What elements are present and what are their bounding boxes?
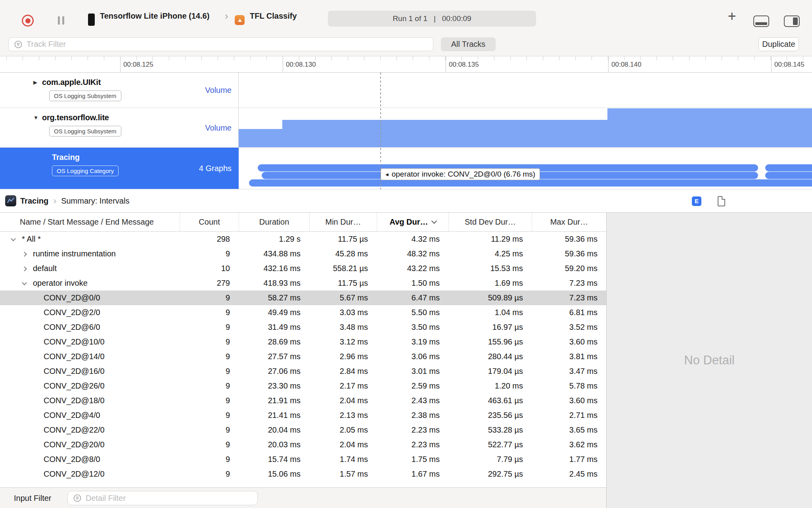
- cell-min: 558.21 µs: [309, 261, 377, 276]
- column-header-min[interactable]: Min Dur…: [309, 213, 377, 231]
- row-name: CONV_2D@0/0: [44, 293, 100, 302]
- track-row-tracing[interactable]: Tracing OS Logging Category 4 Graphs ◀op…: [0, 148, 812, 189]
- column-header-avg[interactable]: Avg Dur…: [377, 213, 448, 231]
- column-header-name[interactable]: Name / Start Message / End Message: [0, 213, 180, 231]
- table-row[interactable]: CONV_2D@2/0949.49 ms3.03 ms5.50 ms1.04 m…: [0, 305, 606, 320]
- cell-std: 533.28 µs: [448, 423, 532, 437]
- row-name: CONV_2D@26/0: [44, 381, 105, 390]
- row-name: CONV_2D@12/0: [44, 470, 105, 478]
- breadcrumb-summary[interactable]: Summary: Intervals: [61, 196, 129, 206]
- table-row[interactable]: CONV_2D@14/0927.57 ms2.96 ms3.06 ms280.4…: [0, 349, 606, 364]
- track-row-tensorflow[interactable]: ▼org.tensorflow.lite OS Logging Subsyste…: [0, 108, 812, 148]
- cell-avg: 1.50 ms: [377, 276, 448, 291]
- table-row[interactable]: CONV_2D@18/0921.91 ms2.04 ms2.43 ms463.6…: [0, 393, 606, 408]
- table-row[interactable]: CONV_2D@6/0931.49 ms3.48 ms3.50 ms16.97 …: [0, 320, 606, 335]
- record-button[interactable]: [22, 15, 34, 27]
- table-row[interactable]: * All *2981.29 s11.75 µs4.32 ms11.29 ms5…: [0, 232, 606, 246]
- track-row-uikit[interactable]: ▶com.apple.UIKit OS Logging Subsystem Vo…: [0, 73, 812, 108]
- track-filter-input[interactable]: [27, 40, 428, 49]
- table-row[interactable]: runtime instrumentation9434.88 ms45.28 m…: [0, 246, 606, 261]
- cell-duration: 434.88 ms: [239, 246, 309, 261]
- table-row[interactable]: default10432.16 ms558.21 µs43.22 ms15.53…: [0, 261, 606, 276]
- document-icon[interactable]: [718, 196, 725, 206]
- cell-count: 9: [180, 335, 239, 349]
- disclosure-collapsed-icon[interactable]: ▶: [33, 79, 42, 85]
- table-row[interactable]: CONV_2D@20/0920.03 ms2.04 ms2.23 ms522.7…: [0, 437, 606, 452]
- extended-detail-toggle[interactable]: E: [692, 196, 701, 206]
- toggle-right-panel-button[interactable]: [784, 15, 800, 27]
- ruler-major-tick: 00:08.140: [608, 56, 642, 72]
- toggle-bottom-panel-button[interactable]: [753, 15, 769, 27]
- cell-max: 6.81 ms: [532, 305, 606, 320]
- track-lane-tensorflow[interactable]: [239, 108, 812, 147]
- cell-avg: 3.01 ms: [377, 364, 448, 379]
- disclosure-expanded-icon[interactable]: [11, 236, 16, 241]
- disclosure-expanded-icon[interactable]: [22, 280, 27, 285]
- row-name: CONV_2D@4/0: [44, 411, 100, 419]
- disclosure-expanded-icon[interactable]: ▼: [33, 115, 42, 121]
- column-header-max[interactable]: Max Dur…: [532, 213, 606, 231]
- track-lane-tracing[interactable]: ◀operator invoke: CONV_2D@0/0 (6.76 ms): [239, 148, 812, 189]
- cell-max: 7.23 ms: [532, 291, 606, 305]
- table-row[interactable]: CONV_2D@4/0921.41 ms2.13 ms2.38 ms235.56…: [0, 408, 606, 423]
- cell-std: 463.61 µs: [448, 393, 532, 408]
- table-row[interactable]: CONV_2D@12/0915.06 ms1.57 ms1.67 ms292.7…: [0, 467, 606, 481]
- app-glyph-icon: [238, 19, 242, 22]
- pause-button[interactable]: [58, 16, 64, 25]
- row-name: CONV_2D@18/0: [44, 396, 105, 405]
- cell-min: 11.75 µs: [309, 276, 377, 291]
- cell-min: 2.13 ms: [309, 408, 377, 423]
- all-tracks-button[interactable]: All Tracks: [441, 37, 496, 51]
- filter-icon: [73, 494, 82, 502]
- column-header-stddev[interactable]: Std Dev Dur…: [448, 213, 532, 231]
- track-header[interactable]: ▶com.apple.UIKit OS Logging Subsystem Vo…: [0, 73, 239, 108]
- cell-duration: 58.27 ms: [239, 291, 309, 305]
- table-row[interactable]: CONV_2D@0/0958.27 ms5.67 ms6.47 ms509.89…: [0, 291, 606, 305]
- add-instrument-button[interactable]: +: [725, 0, 739, 32]
- cell-name: CONV_2D@20/0: [0, 437, 180, 452]
- row-name: * All *: [22, 235, 41, 243]
- interval-bar[interactable]: [765, 172, 812, 179]
- track-header[interactable]: ▼org.tensorflow.lite OS Logging Subsyste…: [0, 108, 239, 147]
- interval-bar[interactable]: [249, 179, 812, 187]
- duplicate-button[interactable]: Duplicate: [758, 37, 799, 51]
- filter-icon: [14, 40, 23, 49]
- cell-std: 4.25 ms: [448, 246, 532, 261]
- cell-duration: 49.49 ms: [239, 305, 309, 320]
- column-header-count[interactable]: Count: [180, 213, 239, 231]
- table-row[interactable]: CONV_2D@8/0915.74 ms1.74 ms1.75 ms7.79 µ…: [0, 452, 606, 467]
- time-ruler[interactable]: 00:08.125 00:08.130 00:08.135 00:08.140 …: [0, 56, 812, 73]
- cell-duration: 1.29 s: [239, 232, 309, 246]
- table-row[interactable]: CONV_2D@16/0927.06 ms2.84 ms3.01 ms179.0…: [0, 364, 606, 379]
- track-filter[interactable]: [8, 37, 433, 51]
- cell-avg: 1.67 ms: [377, 467, 448, 481]
- cell-std: 1.69 ms: [448, 276, 532, 291]
- track-header-selected[interactable]: Tracing OS Logging Category 4 Graphs: [0, 148, 239, 189]
- table-row[interactable]: CONV_2D@22/0920.04 ms2.05 ms2.23 ms533.2…: [0, 423, 606, 437]
- disclosure-collapsed-icon[interactable]: [22, 252, 27, 257]
- cell-count: 9: [180, 349, 239, 364]
- interval-bar[interactable]: [765, 164, 812, 171]
- cell-count: 10: [180, 261, 239, 276]
- table-row[interactable]: CONV_2D@26/0923.30 ms2.17 ms2.59 ms1.20 …: [0, 379, 606, 393]
- cell-name: CONV_2D@26/0: [0, 379, 180, 393]
- detail-filter-input[interactable]: [86, 494, 252, 503]
- cell-name: CONV_2D@16/0: [0, 364, 180, 379]
- ruler-major-tick: 00:08.125: [120, 56, 153, 72]
- target-app-name[interactable]: TFL Classify: [250, 0, 297, 32]
- pause-bar-icon: [58, 16, 60, 25]
- column-header-duration[interactable]: Duration: [239, 213, 309, 231]
- table-row[interactable]: CONV_2D@10/0928.69 ms3.12 ms3.19 ms155.9…: [0, 335, 606, 349]
- breadcrumb-instrument[interactable]: Tracing: [20, 196, 48, 206]
- column-header-avg-label: Avg Dur…: [389, 217, 428, 227]
- disclosure-collapsed-icon[interactable]: [22, 266, 27, 271]
- device-name[interactable]: Tensorflow Lite iPhone (14.6): [100, 0, 209, 32]
- cell-duration: 20.03 ms: [239, 437, 309, 452]
- cell-name: CONV_2D@4/0: [0, 408, 180, 423]
- track-badge: OS Logging Category: [52, 165, 119, 176]
- cell-count: 9: [180, 437, 239, 452]
- table-row[interactable]: operator invoke279418.93 ms11.75 µs1.50 …: [0, 276, 606, 291]
- track-lane-uikit[interactable]: [239, 73, 812, 108]
- detail-filter[interactable]: [67, 491, 258, 505]
- cell-min: 2.04 ms: [309, 437, 377, 452]
